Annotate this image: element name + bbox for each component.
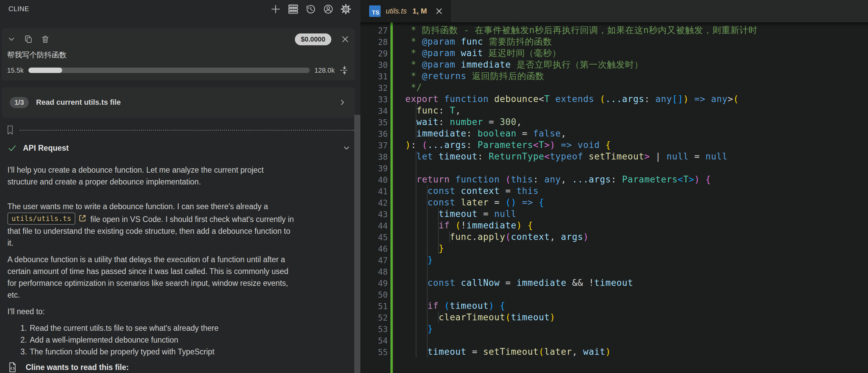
code-line-55[interactable]: 55 timeout = setTimeout(later, wait) xyxy=(360,346,868,357)
code-line-52[interactable]: 52 clearTimeout(timeout) xyxy=(360,312,868,323)
code-line-29[interactable]: 29 * @param wait 延迟时间（毫秒） xyxy=(360,47,868,59)
condense-context-icon[interactable] xyxy=(339,65,350,75)
line-number: 38 xyxy=(360,151,388,163)
code-text: const later = () => { xyxy=(405,197,544,208)
line-number: 34 xyxy=(360,105,388,117)
mcp-servers-icon[interactable] xyxy=(288,4,298,14)
close-tab-icon[interactable] xyxy=(435,7,443,16)
code-text: immediate: boolean = false, xyxy=(405,128,566,139)
code-line-30[interactable]: 30 * @param immediate 是否立即执行（第一次触发时） xyxy=(360,59,868,70)
typescript-file-icon: TS xyxy=(369,5,381,17)
chevron-down-icon[interactable] xyxy=(342,144,351,152)
assistant-paragraph: The user wants me to write a debounce fu… xyxy=(0,201,360,249)
code-line-38[interactable]: 38 let timeout: ReturnType<typeof setTim… xyxy=(360,151,868,162)
line-number: 44 xyxy=(360,220,388,232)
trash-icon[interactable] xyxy=(41,35,50,44)
code-text: const context = this xyxy=(405,185,539,197)
code-line-42[interactable]: 42 const later = () => { xyxy=(360,197,868,208)
code-line-46[interactable]: 46 } xyxy=(360,243,868,254)
list-item: The function should be properly typed wi… xyxy=(29,346,360,358)
line-number: 45 xyxy=(360,232,388,243)
context-progress-bar xyxy=(28,68,310,73)
code-text: func: T, xyxy=(405,105,461,116)
code-line-47[interactable]: 47 } xyxy=(360,254,868,266)
code-line-34[interactable]: 34 func: T, xyxy=(360,105,868,116)
open-file-external-icon[interactable] xyxy=(78,214,87,223)
code-line-37[interactable]: 37): (...args: Parameters<T>) => void { xyxy=(360,139,868,151)
code-text: func.apply(context, args) xyxy=(405,231,589,243)
assistant-paragraph: I'll need to: xyxy=(0,306,360,318)
scroll-shadow xyxy=(360,22,868,27)
file-path-chip[interactable]: utils/utils.ts xyxy=(7,213,75,225)
line-number: 37 xyxy=(360,140,388,151)
line-number: 43 xyxy=(360,209,388,220)
panel-scrollbar[interactable] xyxy=(354,115,360,373)
code-line-49[interactable]: 49 const callNow = immediate && !timeout xyxy=(360,277,868,289)
line-number: 29 xyxy=(360,48,388,59)
tab-filename: utils.ts xyxy=(386,7,407,16)
new-task-icon[interactable] xyxy=(271,4,281,14)
tokens-total-label: 128.0k xyxy=(314,67,335,74)
code-text: } xyxy=(405,254,433,266)
code-line-50[interactable]: 50 xyxy=(360,289,868,300)
code-text: let timeout: ReturnType<typeof setTimeou… xyxy=(405,151,728,162)
code-line-32[interactable]: 32 */ xyxy=(360,82,868,93)
git-added-gutter-bar xyxy=(390,22,393,373)
chevron-right-icon[interactable] xyxy=(338,98,347,107)
task-cost-badge: $0.0000 xyxy=(295,33,331,45)
code-text: * @param immediate 是否立即执行（第一次触发时） xyxy=(405,59,643,70)
task-steps-list: Read the current utils.ts file to see wh… xyxy=(0,322,360,358)
line-number: 33 xyxy=(360,94,388,105)
code-editor[interactable]: 27 * 防抖函数 - 在事件被触发n秒后再执行回调，如果在这n秒内又被触发，则… xyxy=(360,22,868,373)
code-line-31[interactable]: 31 * @returns 返回防抖后的函数 xyxy=(360,70,868,82)
code-line-40[interactable]: 40 return function (this: any, ...args: … xyxy=(360,174,868,185)
code-text: return function (this: any, ...args: Par… xyxy=(405,174,711,185)
account-icon[interactable] xyxy=(323,4,333,14)
code-line-41[interactable]: 41 const context = this xyxy=(360,185,868,197)
editor-pane: TS utils.ts 1, M 27 * 防抖函数 - 在事件被触发n秒后再执… xyxy=(360,0,868,373)
line-number: 42 xyxy=(360,197,388,209)
code-line-28[interactable]: 28 * @param func 需要防抖的函数 xyxy=(360,36,868,47)
list-item: Add a well-implemented debounce function xyxy=(29,334,360,346)
line-number: 47 xyxy=(360,255,388,266)
context-window-row: 15.5k 128.0k xyxy=(7,65,350,75)
code-line-48[interactable]: 48 xyxy=(360,266,868,277)
success-check-icon xyxy=(7,143,17,153)
paragraph-text: The user wants me to write a debounce fu… xyxy=(7,202,268,211)
settings-gear-icon[interactable] xyxy=(341,4,351,14)
line-number: 27 xyxy=(360,25,388,36)
history-icon[interactable] xyxy=(306,4,316,14)
code-line-33[interactable]: 33export function debounce<T extends (..… xyxy=(360,93,868,105)
code-text: const callNow = immediate && !timeout xyxy=(405,277,633,289)
indent-guide xyxy=(416,266,416,277)
api-request-header[interactable]: API Request xyxy=(7,141,351,155)
code-line-35[interactable]: 35 wait: number = 300, xyxy=(360,116,868,128)
code-line-53[interactable]: 53 } xyxy=(360,323,868,334)
line-number: 50 xyxy=(360,289,388,301)
line-number: 52 xyxy=(360,312,388,324)
code-line-45[interactable]: 45 func.apply(context, args) xyxy=(360,231,868,243)
copy-icon[interactable] xyxy=(24,35,33,44)
code-line-39[interactable]: 39 xyxy=(360,162,868,174)
task-card: $0.0000 帮我写个防抖函数 15.5k 128.0k xyxy=(2,28,355,80)
code-line-54[interactable]: 54 xyxy=(360,334,868,346)
code-line-44[interactable]: 44 if (!immediate) { xyxy=(360,220,868,231)
code-text: clearTimeout(timeout) xyxy=(405,312,555,323)
todo-progress-row[interactable]: 1/3 Read current utils.ts file xyxy=(2,87,355,118)
code-line-36[interactable]: 36 immediate: boolean = false, xyxy=(360,128,868,139)
code-line-43[interactable]: 43 timeout = null xyxy=(360,208,868,220)
close-task-icon[interactable] xyxy=(341,35,350,44)
line-number: 32 xyxy=(360,82,388,94)
code-text: * @returns 返回防抖后的函数 xyxy=(405,70,544,82)
code-text: } xyxy=(405,243,444,254)
code-line-51[interactable]: 51 if (timeout) { xyxy=(360,300,868,312)
todo-count-badge: 1/3 xyxy=(10,97,29,108)
code-text: timeout = null xyxy=(405,208,516,220)
checkpoint-bookmark-icon[interactable] xyxy=(6,125,14,135)
chevron-down-icon[interactable] xyxy=(7,35,16,44)
line-number: 48 xyxy=(360,266,388,278)
tab-utils-ts[interactable]: TS utils.ts 1, M xyxy=(360,0,451,22)
indent-guide xyxy=(427,289,428,300)
line-number: 31 xyxy=(360,71,388,82)
assistant-paragraph: I'll help you create a debounce function… xyxy=(0,164,360,188)
